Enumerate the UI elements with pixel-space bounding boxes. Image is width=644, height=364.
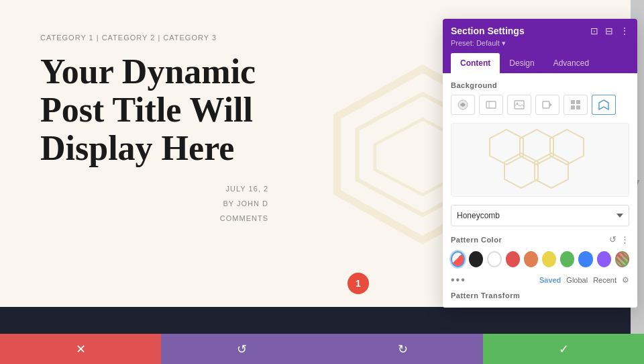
- svg-rect-4: [486, 101, 496, 108]
- post-meta: JULY 16, 2 BY JOHN D COMMENTS: [40, 181, 275, 226]
- pattern-dropdown[interactable]: Honeycomb None Dots Diagonal Grid Stripe…: [451, 205, 629, 226]
- step-badge: 1: [347, 273, 369, 294]
- global-tab[interactable]: Global: [566, 276, 588, 284]
- color-swatches: [451, 251, 629, 267]
- redo-button[interactable]: ↻: [322, 334, 483, 364]
- panel-preset[interactable]: Preset: Default ▾: [451, 39, 629, 48]
- swatch-orange[interactable]: [524, 251, 538, 267]
- pattern-transform-label: Pattern Transform: [451, 291, 629, 300]
- more-color-icon[interactable]: ⋮: [621, 234, 629, 244]
- more-icon[interactable]: ⋮: [620, 26, 629, 36]
- section-settings-panel: Section Settings ⊡ ⊟ ⋮ Preset: Default ▾…: [443, 19, 637, 308]
- panel-tabs: Content Design Advanced: [451, 53, 629, 73]
- pattern-dropdown-row: Honeycomb None Dots Diagonal Grid Stripe…: [451, 205, 629, 226]
- svg-rect-11: [576, 100, 580, 104]
- swatch-red[interactable]: [506, 251, 520, 267]
- tab-content[interactable]: Content: [451, 53, 500, 73]
- swatch-white[interactable]: [487, 251, 501, 267]
- svg-rect-12: [571, 105, 575, 109]
- bg-type-image[interactable]: [507, 95, 531, 115]
- svg-marker-19: [535, 153, 568, 188]
- layout-icon[interactable]: ⊟: [605, 26, 613, 36]
- svg-marker-18: [504, 153, 538, 188]
- bg-type-color[interactable]: [451, 95, 475, 115]
- pattern-color-row: Pattern Color ↺ ⋮: [451, 234, 629, 244]
- restore-icon[interactable]: ⊡: [590, 26, 598, 36]
- swatch-transparent[interactable]: [451, 251, 465, 267]
- swatch-purple[interactable]: [597, 251, 611, 267]
- color-settings-icon[interactable]: ⚙: [622, 275, 629, 285]
- bg-preview: [451, 123, 629, 197]
- saved-tab[interactable]: Saved: [539, 276, 561, 284]
- swatch-yellow[interactable]: [542, 251, 556, 267]
- tab-advanced[interactable]: Advanced: [544, 53, 598, 73]
- panel-body: Background: [443, 73, 637, 308]
- svg-marker-9: [549, 103, 552, 107]
- swatch-gradient[interactable]: [615, 251, 629, 267]
- pattern-color-actions: ↺ ⋮: [609, 234, 629, 244]
- swatch-black[interactable]: [469, 251, 483, 267]
- panel-header-top: Section Settings ⊡ ⊟ ⋮: [451, 26, 629, 36]
- panel-header-icons: ⊡ ⊟ ⋮: [590, 26, 629, 36]
- post-title: Your Dynamic Post Title Will Display Her…: [40, 52, 275, 168]
- color-bottom-row: ••• Saved Global Recent ⚙: [451, 274, 629, 286]
- panel-header: Section Settings ⊡ ⊟ ⋮ Preset: Default ▾…: [443, 19, 637, 73]
- bg-type-map[interactable]: [592, 95, 616, 115]
- bg-type-video[interactable]: [535, 95, 559, 115]
- svg-rect-8: [543, 101, 549, 108]
- recent-tab[interactable]: Recent: [593, 276, 616, 284]
- save-button[interactable]: ✓: [483, 334, 644, 364]
- tab-design[interactable]: Design: [500, 53, 543, 73]
- categories-text: CATEGORY 1 | CATEGORY 2 | CATEGORY 3: [40, 34, 275, 42]
- saved-global-recent: Saved Global Recent ⚙: [539, 275, 629, 285]
- svg-marker-14: [599, 100, 608, 109]
- swatch-blue[interactable]: [578, 251, 592, 267]
- swatch-green[interactable]: [560, 251, 574, 267]
- preview-honeycomb: [486, 126, 594, 193]
- svg-marker-17: [550, 130, 584, 165]
- cancel-button[interactable]: ✕: [0, 334, 161, 364]
- undo-button[interactable]: ↺: [161, 334, 322, 364]
- pattern-color-label: Pattern Color: [451, 236, 502, 244]
- svg-marker-15: [490, 130, 523, 165]
- bg-type-pattern[interactable]: [564, 95, 588, 115]
- restore-color-icon[interactable]: ↺: [609, 234, 616, 244]
- action-bar: ✕ ↺ ↻ ✓: [0, 334, 644, 364]
- blog-content: CATEGORY 1 | CATEGORY 2 | CATEGORY 3 You…: [40, 34, 275, 226]
- dots-menu[interactable]: •••: [451, 274, 466, 286]
- bg-type-gradient[interactable]: [479, 95, 503, 115]
- background-label: Background: [451, 81, 629, 89]
- svg-rect-10: [571, 100, 575, 104]
- footer-bar: [0, 307, 644, 334]
- svg-marker-16: [520, 130, 553, 165]
- svg-rect-13: [576, 105, 580, 109]
- bg-type-icons: [451, 95, 629, 115]
- panel-title: Section Settings: [451, 26, 525, 36]
